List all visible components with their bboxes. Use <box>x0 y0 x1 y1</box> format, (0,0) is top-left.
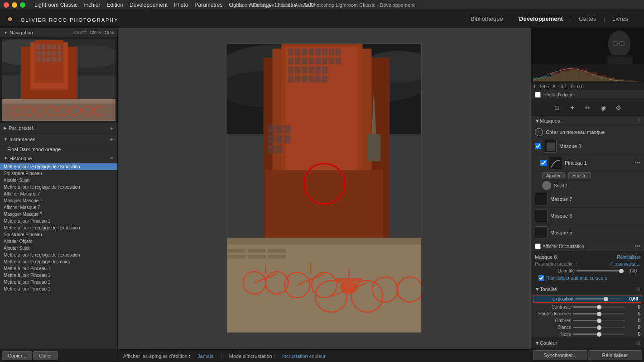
svg-rect-52 <box>315 57 321 64</box>
synchroniser-button[interactable]: Synchroniser... <box>533 350 587 360</box>
minimize-button[interactable] <box>12 2 17 8</box>
mask-5-item[interactable]: Masque 5 <box>531 224 644 241</box>
paste-button[interactable]: Coller <box>33 351 58 360</box>
historique-header[interactable]: ▼ Historique ✕ <box>0 153 117 163</box>
quantite-slider[interactable] <box>577 270 621 272</box>
window-controls[interactable] <box>4 2 25 8</box>
eye-tool[interactable]: ◉ <box>598 103 608 113</box>
noirs-value: 0 <box>627 332 640 337</box>
pins-value[interactable]: Jamais <box>197 353 213 359</box>
pinceau-1-menu[interactable]: ••• <box>634 160 640 166</box>
quantite-row: Quantité 100 <box>535 267 640 274</box>
reinit-auto-check[interactable] <box>538 275 544 281</box>
pinceau-1-item[interactable]: Pinceau 1 ••• <box>531 155 644 171</box>
main-photo[interactable] <box>227 43 422 333</box>
incrust-menu[interactable]: ••• <box>634 243 640 249</box>
module-nav: Bibliothèque | Développement | Cartes | … <box>471 15 637 22</box>
noirs-slider[interactable] <box>573 333 625 335</box>
history-item-14[interactable]: Mettre à jour le réglage des noirs <box>0 258 117 265</box>
pinceau-1-check[interactable] <box>540 160 547 166</box>
svg-rect-42 <box>302 48 307 55</box>
instantanes-header[interactable]: ▼ Instantanés + <box>0 134 117 145</box>
menu-photo[interactable]: Photo <box>174 2 188 8</box>
blancs-slider[interactable] <box>573 327 625 328</box>
param-predef-row: Paramètre prédéfini : Personnalisé... <box>535 261 640 267</box>
reinit-auto-row[interactable]: Réinitialiser automat. curseurs <box>535 274 640 282</box>
mask-6-item[interactable]: Masque 6 <box>531 208 644 224</box>
mask-7-item[interactable]: Masque 7 <box>531 191 644 208</box>
add-button[interactable]: Ajouter <box>542 172 565 179</box>
par-predef-add[interactable]: + <box>110 124 114 132</box>
history-item-11[interactable]: Ajouter Objets <box>0 238 117 245</box>
couleur-header[interactable]: ▼ Couleur ⊙ <box>531 338 644 348</box>
photo-origin-check[interactable] <box>535 92 541 98</box>
svg-rect-11 <box>36 51 40 55</box>
close-button[interactable] <box>4 2 9 8</box>
instantanes-list: Final Dark mood orange <box>0 145 117 153</box>
crop-tool[interactable]: ⊡ <box>552 103 562 113</box>
history-item-3[interactable]: Mettre à jour le réglage de l'exposition <box>0 184 117 191</box>
navigation-header[interactable]: ▼ Navigation ADAPT.: 100 % | 25 % <box>0 28 117 38</box>
history-item-1[interactable]: Soustraire Pinceau <box>0 170 117 177</box>
menu-lightroom[interactable]: Lightroom Classic <box>34 2 77 8</box>
create-mask-button[interactable]: + Créer un nouveau masque <box>531 126 644 138</box>
history-item-10[interactable]: Soustraire Pinceau <box>0 231 117 238</box>
param-predef-val[interactable]: Personnalisé... <box>610 262 640 267</box>
ombres-slider[interactable] <box>573 320 625 321</box>
maximize-button[interactable] <box>20 2 25 8</box>
contraste-slider[interactable] <box>573 306 625 308</box>
svg-rect-138 <box>551 72 560 81</box>
svg-rect-50 <box>302 57 307 64</box>
history-item-7[interactable]: Masquer Masque 7 <box>0 211 117 218</box>
brush-tool[interactable]: ✏ <box>583 103 593 113</box>
nav-cartes[interactable]: Cartes <box>579 15 596 22</box>
menu-parametres[interactable]: Paramètres <box>195 2 223 8</box>
couleur-target[interactable]: ⊙ <box>636 340 640 346</box>
mask-8-check[interactable] <box>535 143 541 149</box>
incrust-check-label: Afficher l'incrustation <box>543 244 584 249</box>
instantanes-add[interactable]: + <box>110 136 114 143</box>
menu-fichier[interactable]: Fichier <box>84 2 100 8</box>
hautes-lumieres-slider[interactable] <box>573 313 625 314</box>
menu-developpement[interactable]: Développement <box>130 2 168 8</box>
history-item-4[interactable]: Afficher Masque 7 <box>0 191 117 197</box>
history-item-12[interactable]: Ajouter Sujet <box>0 245 117 252</box>
historique-close[interactable]: ✕ <box>110 155 114 161</box>
svg-point-105 <box>608 30 630 57</box>
history-item-9[interactable]: Mettre à jour le réglage de l'exposition <box>0 224 117 231</box>
quantite-thumb <box>619 269 624 273</box>
heal-tool[interactable]: ✦ <box>567 103 577 113</box>
history-item-0[interactable]: Mettre à jour le réglage de l'exposition <box>0 163 117 170</box>
reinit-button[interactable]: Réinitialiser <box>588 350 642 360</box>
history-item-5[interactable]: Masquer Masque 7 <box>0 197 117 204</box>
incrust-value[interactable]: Incrustation couleur <box>282 353 326 359</box>
tonality-header[interactable]: ▼ Tonalité ⊙ <box>531 284 644 294</box>
nav-thumbnail[interactable] <box>2 39 115 121</box>
par-predef-header[interactable]: ▶ Par. prédef. + <box>0 123 117 134</box>
subtract-button[interactable]: Soustr. <box>568 172 591 179</box>
snapshot-item[interactable]: Final Dark mood orange <box>0 145 117 153</box>
tonality-target[interactable]: ⊙ <box>636 286 640 292</box>
exposure-thumb <box>604 297 608 301</box>
nav-developpement[interactable]: Développement <box>519 15 563 22</box>
history-item-15[interactable]: Mettre à jour Pinceau 1 <box>0 265 117 272</box>
menu-edition[interactable]: Edition <box>106 2 123 8</box>
history-item-8[interactable]: Mettre à jour Pinceau 1 <box>0 218 117 224</box>
history-item-2[interactable]: Ajouter Sujet <box>0 177 117 184</box>
exposure-slider[interactable] <box>575 298 623 300</box>
sujet-1-item[interactable]: Sujet 1 <box>531 180 644 191</box>
history-item-16[interactable]: Mettre à jour Pinceau 1 <box>0 272 117 279</box>
masks-info[interactable]: ? <box>637 118 640 124</box>
history-item-13[interactable]: Mettre à jour le réglage de l'exposition <box>0 252 117 258</box>
adapt-val2: 25 % <box>104 30 114 35</box>
history-item-18[interactable]: Mettre à jour Pinceau 1 <box>0 286 117 292</box>
gear-tool[interactable]: ⚙ <box>614 103 624 113</box>
mask-8-item[interactable]: Masque 8 <box>531 138 644 155</box>
history-item-17[interactable]: Mettre à jour Pinceau 1 <box>0 279 117 286</box>
mask-reinit-button[interactable]: Réinitialiser <box>617 255 640 260</box>
nav-livres[interactable]: Livres <box>612 15 628 22</box>
copy-button[interactable]: Copier... <box>2 351 32 360</box>
nav-bibliotheque[interactable]: Bibliothèque <box>471 15 503 22</box>
incrust-checkbox[interactable] <box>535 243 541 249</box>
history-item-6[interactable]: Afficher Masque 7 <box>0 204 117 211</box>
